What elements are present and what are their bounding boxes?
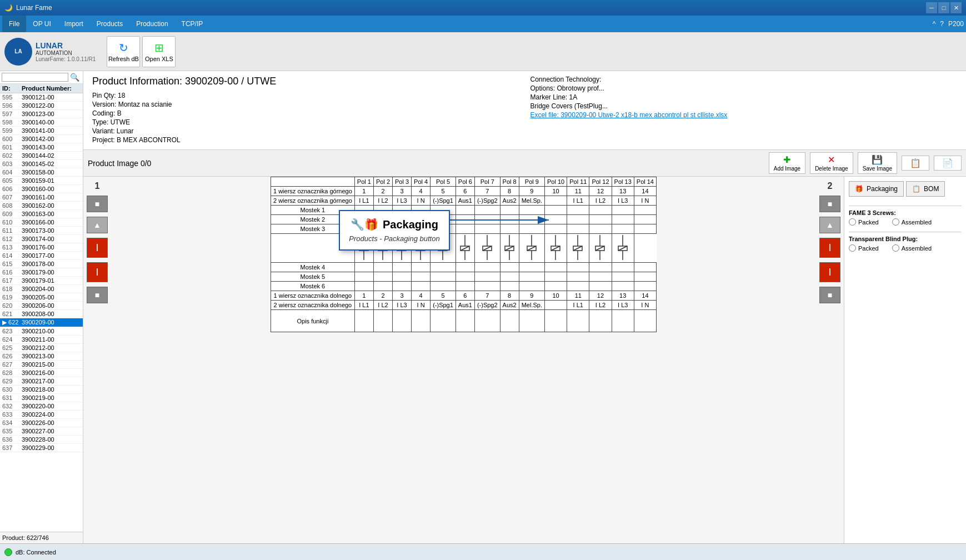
delete-image-button[interactable]: ✕ Delete Image: [810, 152, 853, 174]
marker-line: Marker Line: 1A: [530, 93, 958, 101]
menu-tcpip[interactable]: TCP/IP: [175, 16, 210, 32]
list-item[interactable]: 6273900215-00: [0, 361, 83, 369]
right-nav-select-button[interactable]: I: [819, 238, 840, 258]
list-item[interactable]: 6013900143-00: [0, 143, 83, 152]
list-item[interactable]: 6333900224-00: [0, 411, 83, 419]
packaging-button[interactable]: 🎁 Packaging: [849, 181, 904, 197]
tbp-packed-label: Packed: [858, 245, 879, 252]
list-item[interactable]: 6033900145-02: [0, 160, 83, 168]
pin-qty: Pin Qty: 18: [92, 92, 519, 99]
close-button[interactable]: ✕: [950, 2, 962, 13]
svg-line-49: [595, 246, 604, 251]
list-item[interactable]: 6243900211-00: [0, 336, 83, 344]
list-item[interactable]: 6093900163-00: [0, 210, 83, 218]
list-item[interactable]: 6043900158-00: [0, 168, 83, 177]
fame3-packed-radio[interactable]: [849, 218, 856, 226]
list-item[interactable]: 6143900177-00: [0, 252, 83, 260]
tbp-assembled-radio[interactable]: [892, 244, 899, 252]
refresh-db-label: Refresh dB: [108, 56, 139, 62]
list-item[interactable]: 5983900140-00: [0, 118, 83, 127]
list-item[interactable]: 5973900123-00: [0, 110, 83, 118]
list-item[interactable]: 6313900219-00: [0, 394, 83, 402]
add-image-button[interactable]: ✚ Add Image: [769, 152, 805, 174]
list-item[interactable]: 6193900205-00: [0, 293, 83, 302]
list-item[interactable]: 6363900228-00: [0, 436, 83, 444]
list-item[interactable]: 6283900216-00: [0, 369, 83, 377]
paste-image-button[interactable]: 📄: [934, 156, 962, 171]
list-item[interactable]: 5953900121-00: [0, 93, 83, 102]
col-pol1: Pol 1: [354, 177, 373, 187]
list-item[interactable]: 6373900229-00: [0, 444, 83, 452]
menu-production[interactable]: Production: [129, 16, 174, 32]
copy-image-button[interactable]: 📋: [902, 156, 929, 171]
list-item[interactable]: 6153900178-00: [0, 260, 83, 268]
list-item[interactable]: 6073900161-00: [0, 193, 83, 202]
right-nav-select2-button[interactable]: I: [819, 262, 840, 282]
list-item[interactable]: 6003900142-00: [0, 135, 83, 143]
list-item[interactable]: 6053900159-01: [0, 177, 83, 185]
list-item[interactable]: 6103900166-00: [0, 218, 83, 227]
menu-products[interactable]: Products: [90, 16, 129, 32]
list-item[interactable]: 6063900160-00: [0, 185, 83, 193]
list-item[interactable]: 5993900141-00: [0, 127, 83, 135]
left-nav-up-button[interactable]: ▲: [87, 217, 108, 233]
refresh-db-button[interactable]: ↻ Refresh dB: [107, 36, 140, 67]
left-nav-select2-button[interactable]: I: [87, 262, 108, 282]
connection-technology: Connection Technology:: [530, 76, 958, 83]
list-item[interactable]: 6083900162-00: [0, 202, 83, 210]
bom-button[interactable]: 📋 BOM: [906, 181, 945, 197]
menu-import[interactable]: Import: [58, 16, 90, 32]
fame3-assembled-radio[interactable]: [892, 218, 899, 226]
minimize-button[interactable]: ─: [926, 2, 937, 13]
menu-file[interactable]: File: [2, 16, 26, 32]
packaging-icon: 🎁: [855, 185, 863, 193]
search-button[interactable]: 🔍: [68, 73, 81, 82]
list-item[interactable]: 6343900226-00: [0, 419, 83, 427]
list-item[interactable]: 6203900206-00: [0, 302, 83, 310]
list-item[interactable]: 6163900179-00: [0, 268, 83, 277]
list-item[interactable]: 6293900217-00: [0, 377, 83, 386]
col-pol9: Pol 9: [519, 177, 544, 187]
list-item[interactable]: 6183900204-00: [0, 285, 83, 293]
right-nav-up-button[interactable]: ▲: [819, 217, 840, 233]
left-panel: 🔍 ID: Product Number: 5953900121-0059639…: [0, 71, 83, 543]
table-row: Mostek 3: [271, 224, 656, 234]
save-image-button[interactable]: 💾 Save Image: [858, 152, 897, 174]
list-item[interactable]: 6233900210-00: [0, 327, 83, 336]
header-id: ID:: [2, 85, 22, 92]
right-nav-top-button[interactable]: ■: [819, 196, 840, 212]
list-item[interactable]: ▶ 6223900209-00: [0, 318, 83, 327]
left-nav-bottom-button[interactable]: ■: [87, 287, 108, 303]
list-item[interactable]: 6323900220-00: [0, 402, 83, 411]
col-pol6: Pol 6: [456, 177, 474, 187]
list-item[interactable]: 6133900176-00: [0, 243, 83, 252]
right-nav-bottom-button[interactable]: ■: [819, 287, 840, 303]
list-item[interactable]: 6123900174-00: [0, 235, 83, 243]
search-input[interactable]: [2, 73, 68, 82]
list-item[interactable]: 6263900213-00: [0, 352, 83, 361]
list-item[interactable]: 6303900218-00: [0, 386, 83, 394]
maximize-button[interactable]: □: [938, 2, 949, 13]
title-bar-controls[interactable]: ─ □ ✕: [926, 2, 962, 13]
version: Version: Montaz na scianie: [92, 101, 519, 108]
excel-link[interactable]: Excel file: 3900209-00 Utwe-2 x18-b mex …: [530, 111, 728, 119]
paste-icon: 📄: [942, 158, 953, 168]
left-nav-top-button[interactable]: ■: [87, 196, 108, 212]
col-pol12: Pol 12: [589, 177, 612, 187]
list-item[interactable]: 5963900122-00: [0, 102, 83, 110]
open-xls-button[interactable]: ⊞ Open XLS: [142, 36, 176, 67]
list-item[interactable]: 6173900179-01: [0, 277, 83, 285]
list-item[interactable]: 6113900173-00: [0, 227, 83, 235]
tbp-packed-radio[interactable]: [849, 244, 856, 252]
menu-opui[interactable]: OP UI: [26, 16, 57, 32]
list-item[interactable]: 6353900227-00: [0, 427, 83, 436]
svg-line-37: [527, 246, 536, 251]
list-item[interactable]: 6213900208-00: [0, 310, 83, 318]
bom-label: BOM: [924, 185, 939, 193]
left-nav-select-button[interactable]: I: [87, 238, 108, 258]
diagram-wrapper: 🔧🎁 Packaging Products - Packaging button: [83, 177, 844, 543]
content-area: 🔧🎁 Packaging Products - Packaging button: [83, 177, 966, 543]
menu-help[interactable]: ?: [940, 20, 944, 28]
list-item[interactable]: 6253900212-00: [0, 344, 83, 352]
list-item[interactable]: 6023900144-02: [0, 152, 83, 160]
